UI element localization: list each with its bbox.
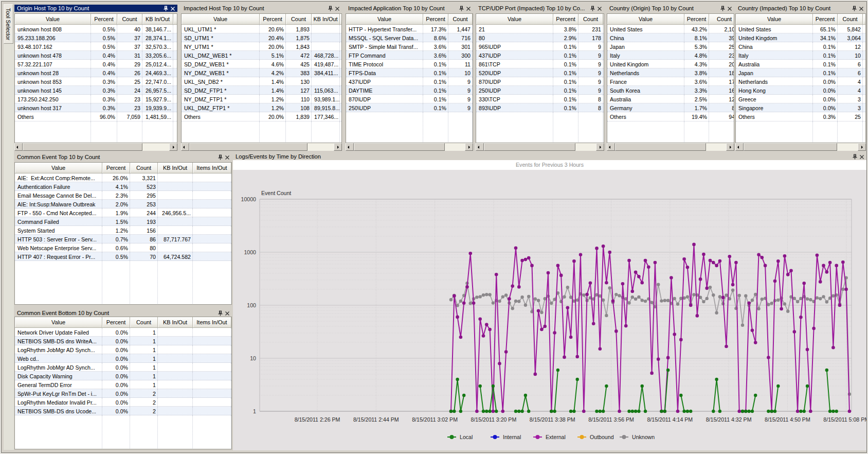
svg-text:Outbound: Outbound (590, 434, 614, 440)
svg-text:100: 100 (247, 302, 256, 308)
svg-text:8/15/2011 4:14 PM: 8/15/2011 4:14 PM (647, 416, 693, 423)
svg-text:Local: Local (460, 434, 473, 440)
svg-text:8/15/2011 5:08 PM: 8/15/2011 5:08 PM (823, 416, 866, 423)
svg-text:8/15/2011 4:32 PM: 8/15/2011 4:32 PM (706, 416, 752, 423)
svg-text:Event Count: Event Count (261, 190, 291, 196)
svg-text:8/15/2011 2:26 PM: 8/15/2011 2:26 PM (295, 416, 340, 423)
svg-text:8/15/2011 4:50 PM: 8/15/2011 4:50 PM (765, 416, 810, 423)
svg-text:8/15/2011 2:44 PM: 8/15/2011 2:44 PM (353, 416, 399, 423)
svg-text:8/15/2011 3:56 PM: 8/15/2011 3:56 PM (588, 416, 634, 423)
svg-text:1000: 1000 (244, 249, 256, 255)
svg-text:8/15/2011 3:38 PM: 8/15/2011 3:38 PM (530, 416, 575, 423)
svg-text:10: 10 (250, 355, 256, 361)
svg-text:External: External (546, 434, 566, 440)
svg-text:Unknown: Unknown (632, 434, 655, 440)
svg-text:8/15/2011 3:20 PM: 8/15/2011 3:20 PM (471, 416, 517, 423)
svg-text:8/15/2011 3:02 PM: 8/15/2011 3:02 PM (412, 416, 458, 423)
svg-text:Internal: Internal (503, 434, 521, 440)
svg-text:10000: 10000 (241, 196, 257, 202)
svg-text:1: 1 (253, 408, 256, 414)
